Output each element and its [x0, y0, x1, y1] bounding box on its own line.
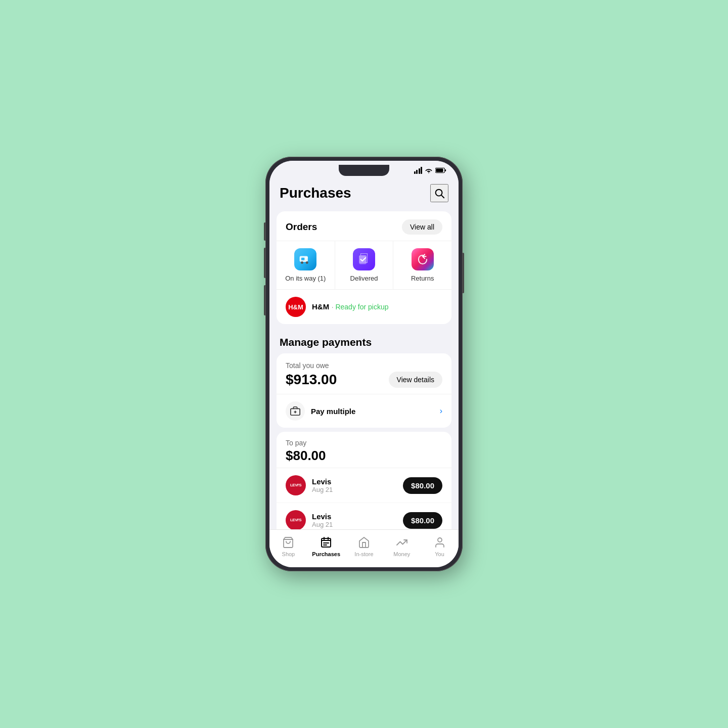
owe-amount: $913.00: [286, 372, 337, 388]
volume-up-button: [264, 222, 265, 241]
you-icon: [433, 536, 446, 549]
payment-row-0[interactable]: LEVI'S Levis Aug 21 $80.00: [277, 468, 451, 503]
volume-down-button: [264, 248, 265, 278]
svg-rect-1: [445, 169, 446, 171]
payment-date-1: Aug 21: [312, 521, 333, 528]
svg-point-8: [301, 261, 303, 264]
svg-point-9: [306, 261, 308, 264]
you-label: You: [435, 551, 444, 557]
main-scroll-area[interactable]: Purchases Orders View all: [269, 176, 459, 529]
payment-store-1: Levis: [312, 512, 333, 521]
nav-item-you[interactable]: You: [421, 534, 459, 559]
nav-item-purchases[interactable]: Purchases: [307, 534, 345, 559]
owe-row: $913.00 View details: [286, 372, 442, 388]
owe-label: Total you owe: [286, 361, 442, 370]
levis-logo-0: LEVI'S: [286, 475, 306, 495]
tab-delivered[interactable]: Delivered: [335, 241, 394, 289]
owe-section: Total you owe $913.00 View details: [277, 353, 451, 394]
nav-item-instore[interactable]: In-store: [345, 534, 383, 559]
view-details-button[interactable]: View details: [389, 372, 442, 388]
pay-multiple-label: Pay multiple: [311, 407, 355, 416]
svg-point-22: [438, 538, 442, 542]
pay-multiple-icon: [286, 401, 305, 421]
pickup-info: H&M · Ready for pickup: [312, 302, 388, 311]
nav-item-money[interactable]: Money: [383, 534, 421, 559]
payment-left-0: LEVI'S Levis Aug 21: [286, 475, 333, 495]
page-header: Purchases: [269, 176, 459, 207]
nav-item-shop[interactable]: Shop: [269, 534, 307, 559]
onway-label: On its way (1): [285, 275, 326, 282]
money-label: Money: [393, 551, 410, 557]
search-button[interactable]: [430, 184, 448, 202]
tab-returns[interactable]: Returns: [393, 241, 451, 289]
svg-rect-6: [301, 258, 305, 260]
purchases-label: Purchases: [312, 551, 340, 557]
pickup-status: Ready for pickup: [335, 303, 388, 311]
orders-title: Orders: [286, 221, 317, 233]
instore-icon: [357, 536, 371, 549]
to-pay-amount: $80.00: [286, 448, 442, 464]
pickup-store-name: H&M: [312, 302, 329, 311]
orders-header: Orders View all: [277, 211, 451, 241]
signal-icon: [414, 167, 423, 174]
payment-date-0: Aug 21: [312, 486, 333, 493]
shop-icon: [282, 536, 295, 549]
pickup-row[interactable]: H&M H&M · Ready for pickup: [277, 290, 451, 324]
instore-label: In-store: [354, 551, 373, 557]
bottom-navigation: Shop Purchases: [269, 529, 459, 567]
battery-icon: [435, 167, 446, 173]
to-pay-card: To pay $80.00 LEVI'S Levis Aug 21 $8: [277, 432, 451, 529]
pay-badge-1[interactable]: $80.00: [403, 512, 442, 529]
to-pay-label: To pay: [286, 439, 442, 447]
search-icon: [434, 188, 445, 199]
svg-line-4: [441, 195, 444, 198]
returns-icon: [412, 248, 434, 270]
pay-badge-0[interactable]: $80.00: [403, 477, 442, 494]
onway-icon: [294, 248, 316, 270]
hm-logo: H&M: [286, 297, 306, 317]
to-pay-header: To pay $80.00: [277, 432, 451, 468]
purchases-icon: [320, 536, 333, 549]
orders-tabs: On its way (1) Delivered: [277, 241, 451, 290]
delivered-icon: [353, 248, 375, 270]
phone-frame: Purchases Orders View all: [265, 157, 463, 571]
payment-store-0: Levis: [312, 477, 333, 486]
chevron-right-icon: ›: [440, 406, 442, 416]
svg-rect-11: [359, 255, 367, 263]
payment-info-0: Levis Aug 21: [312, 477, 333, 493]
payments-card: Total you owe $913.00 View details: [277, 353, 451, 428]
returns-label: Returns: [411, 275, 434, 282]
status-icons: [414, 167, 447, 174]
view-all-button[interactable]: View all: [402, 219, 442, 235]
payment-row-1[interactable]: LEVI'S Levis Aug 21 $80.00: [277, 503, 451, 529]
payment-left-1: LEVI'S Levis Aug 21: [286, 510, 333, 529]
payment-info-1: Levis Aug 21: [312, 512, 333, 528]
phone-notch: [339, 165, 389, 176]
manage-payments-title: Manage payments: [269, 328, 459, 353]
pay-multiple-left: Pay multiple: [286, 401, 355, 421]
tab-onway[interactable]: On its way (1): [277, 241, 335, 289]
money-icon: [395, 536, 408, 549]
shop-label: Shop: [282, 551, 295, 557]
delivered-label: Delivered: [350, 275, 378, 282]
pay-multiple-row[interactable]: Pay multiple ›: [277, 394, 451, 428]
phone-screen: Purchases Orders View all: [269, 161, 459, 567]
orders-card: Orders View all: [277, 211, 451, 324]
levis-logo-1: LEVI'S: [286, 510, 306, 529]
power-button: [463, 253, 464, 293]
page-title: Purchases: [280, 185, 351, 201]
svg-rect-7: [305, 257, 308, 258]
silent-button: [264, 285, 265, 315]
wifi-icon: [425, 167, 433, 173]
svg-rect-2: [436, 169, 443, 172]
